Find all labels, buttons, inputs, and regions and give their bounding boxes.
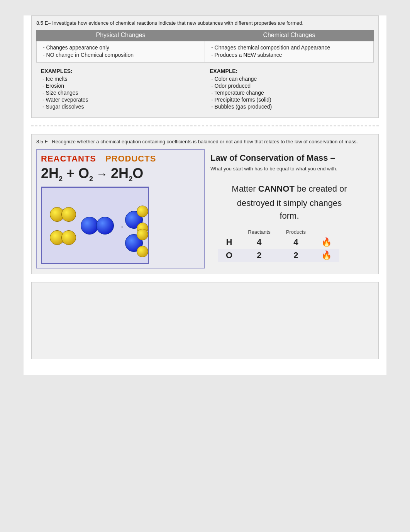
section1: 8.5 E– Investigate how evidence of chemi…: [31, 15, 379, 118]
table-row: O 2 2 🔥: [218, 249, 339, 262]
diagram-arrow: →: [116, 222, 125, 232]
chemical-bullets-col: Chnages chemical composition and Appeara…: [205, 41, 373, 62]
matter-cannot-word: cannot: [258, 180, 295, 194]
arrow-symbol: →: [96, 168, 108, 181]
reactants-label: REACTANTS: [41, 154, 96, 164]
list-item: Changes appearance only: [43, 44, 200, 51]
list-item: Ice melts: [42, 76, 200, 82]
section1-standard: 8.5 E– Investigate how evidence of chemi…: [36, 20, 374, 27]
physical-header: Physical Changes: [37, 30, 205, 41]
law-title: Law of Conservation of Mass –: [210, 153, 368, 163]
chemical-examples-title: EXAMPLE:: [210, 68, 369, 74]
right-panel: Law of Conservation of Mass – What you s…: [205, 149, 374, 268]
products-label: PRODUCTS: [105, 154, 156, 164]
atom-o2: [96, 217, 114, 235]
equation-right: 2H2O: [111, 165, 143, 183]
list-item: Odor produced: [211, 83, 369, 89]
labels-row: REACTANTS PRODUCTS: [41, 154, 200, 164]
o-products: 2: [278, 249, 313, 262]
list-item: Bubbles (gas produced): [211, 104, 369, 110]
atom-ph1: [137, 206, 148, 217]
molecule-diagram: →: [41, 187, 149, 264]
physical-examples-title: EXAMPLES:: [41, 68, 200, 74]
list-item: Temperature change: [211, 90, 369, 96]
list-item: Precipitate forms (solid): [211, 97, 369, 103]
section3-blank: [31, 282, 379, 359]
atom-h1b: [61, 207, 76, 222]
chemical-header: Chemical Changes: [205, 30, 373, 41]
list-item: Erosion: [42, 83, 200, 89]
table-header-products: Products: [278, 228, 313, 236]
table-header-icon: [313, 228, 339, 236]
equation-left: 2H2 + O2: [41, 165, 93, 183]
physical-bullets-list: Changes appearance only NO change in Che…: [41, 44, 200, 58]
table-row: H 4 4 🔥: [218, 236, 339, 249]
page-wrapper: 8.5 E– Investigate how evidence of chemi…: [24, 15, 386, 375]
o-check-icon: 🔥: [313, 249, 339, 262]
atom-ph4: [137, 246, 148, 257]
element-h: H: [218, 236, 240, 249]
section2: 8.5 F– Recognize whether a chemical equa…: [31, 134, 379, 274]
law-subtitle: What you start with has to be equal to w…: [210, 165, 368, 172]
balance-table: Reactants Products H 4 4 🔥: [218, 228, 339, 262]
equation-line: 2H2 + O2 → 2H2O: [41, 165, 200, 183]
examples-section: EXAMPLES: Ice melts Erosion Size changes…: [36, 66, 374, 112]
two-col-body: Changes appearance only NO change in Che…: [36, 41, 374, 63]
atom-h2b: [61, 230, 76, 245]
atom-ph3: [137, 229, 148, 240]
list-item: NO change in Chemical composition: [43, 52, 200, 58]
physical-examples-col: EXAMPLES: Ice melts Erosion Size changes…: [36, 66, 205, 112]
o-reactants: 2: [240, 249, 278, 262]
physical-examples-list: Ice melts Erosion Size changes Water eve…: [41, 76, 200, 110]
two-col-header: Physical Changes Chemical Changes: [36, 30, 374, 41]
section2-standard: 8.5 F– Recognize whether a chemical equa…: [36, 138, 374, 145]
dashed-divider: [31, 126, 379, 126]
element-o: O: [218, 249, 240, 262]
table-header-reactants: Reactants: [240, 228, 278, 236]
physical-bullets-col: Changes appearance only NO change in Che…: [37, 41, 205, 62]
chemical-examples-col: EXAMPLE: Color can change Odor produced …: [205, 66, 374, 112]
list-item: Color can change: [211, 76, 369, 82]
h-check-icon: 🔥: [313, 236, 339, 249]
list-item: Sugar dissolves: [42, 104, 200, 110]
left-panel: REACTANTS PRODUCTS 2H2 + O2 → 2H2O: [36, 149, 205, 268]
reaction-area: REACTANTS PRODUCTS 2H2 + O2 → 2H2O: [36, 149, 374, 268]
chemical-examples-list: Color can change Odor produced Temperatu…: [210, 76, 369, 110]
h-products: 4: [278, 236, 313, 249]
h-reactants: 4: [240, 236, 278, 249]
matter-statement: Matter cannot be created or destroyed it…: [210, 178, 368, 222]
list-item: Chnages chemical composition and Appeara…: [211, 44, 369, 51]
table-header-element: [218, 228, 240, 236]
list-item: Produces a NEW substance: [211, 52, 369, 58]
list-item: Water eveporates: [42, 97, 200, 103]
chemical-bullets-list: Chnages chemical composition and Appeara…: [210, 44, 369, 58]
list-item: Size changes: [42, 90, 200, 96]
